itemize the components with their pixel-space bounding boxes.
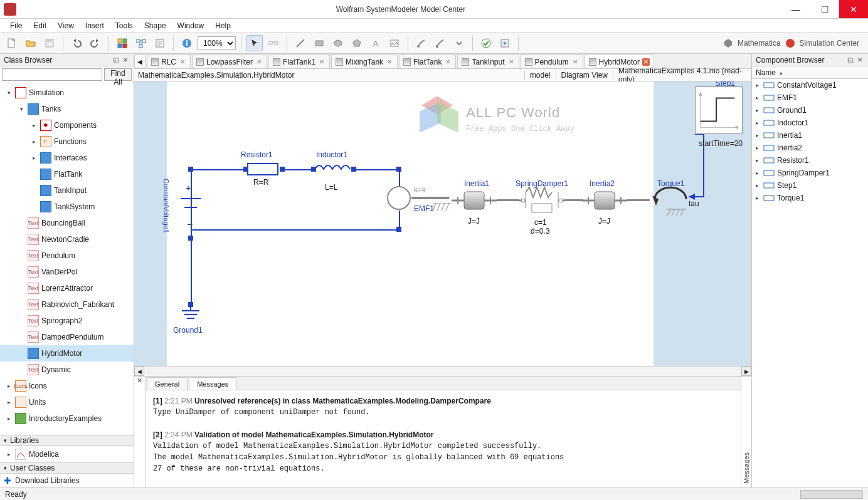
component-item[interactable]: ▸SpringDamper1: [752, 167, 868, 179]
component-item[interactable]: ▸ConstantVoltage1: [752, 79, 868, 91]
download-libraries-link[interactable]: ✚Download Libraries: [0, 474, 134, 487]
breadcrumb-type[interactable]: model: [525, 71, 556, 80]
validate-button[interactable]: [478, 35, 494, 51]
springdamper-icon[interactable]: [519, 185, 564, 216]
menu-view[interactable]: View: [53, 20, 79, 31]
tree-item[interactable]: TankSystem: [0, 199, 134, 215]
emf-icon[interactable]: [386, 185, 411, 211]
tab-close-icon[interactable]: ✕: [179, 58, 186, 66]
brush-tool[interactable]: [413, 35, 430, 51]
doc-tab[interactable]: Pendulum✕: [521, 55, 583, 68]
tree-item-modelica[interactable]: ▸Modelica: [0, 446, 134, 462]
redo-button[interactable]: [87, 35, 103, 51]
component-item[interactable]: ▸Inductor1: [752, 117, 868, 129]
menu-help[interactable]: Help: [210, 20, 236, 31]
line-tool[interactable]: [292, 35, 309, 51]
open-button[interactable]: [23, 35, 39, 51]
tree-item[interactable]: TextNewtonCradle: [0, 231, 134, 247]
tree-item[interactable]: ▸FFunctions: [0, 133, 134, 150]
tab-close-icon[interactable]: ✕: [571, 58, 579, 66]
tree-item[interactable]: ▸Units: [0, 394, 134, 410]
menu-shape[interactable]: Shape: [139, 20, 171, 31]
tree-item[interactable]: HybridMotor: [0, 345, 134, 362]
doc-tab[interactable]: FlatTank1✕: [268, 55, 330, 68]
component-item[interactable]: ▸Inertia1: [752, 129, 868, 142]
text-tool[interactable]: A: [368, 35, 384, 51]
close-panel-icon[interactable]: ✕: [121, 56, 130, 65]
zoom-select[interactable]: 100%: [198, 36, 236, 50]
tab-messages[interactable]: Messages: [189, 377, 236, 390]
tree-item[interactable]: TankInput: [0, 182, 134, 199]
diagram-canvas[interactable]: ALL PC World Free Apps One Click Away Co…: [134, 81, 751, 366]
component-item[interactable]: ▸EMF1: [752, 91, 868, 104]
inertia1-icon[interactable]: [452, 188, 497, 213]
text-view-icon[interactable]: [152, 35, 168, 51]
name-column-header[interactable]: Name▴: [752, 66, 868, 79]
tree-item[interactable]: TextVanDerPol: [0, 264, 134, 280]
save-button[interactable]: [41, 35, 58, 51]
tree-item[interactable]: TextRabinovich_Fabrikant: [0, 296, 134, 313]
tree-item[interactable]: TextDampedPendulum: [0, 329, 134, 345]
pointer-tool[interactable]: [246, 35, 263, 51]
doc-tab[interactable]: LowpassFilter✕: [192, 55, 267, 68]
simcenter-link[interactable]: Simulation Center: [800, 39, 859, 48]
user-classes-section[interactable]: ▾User Classes: [0, 462, 134, 474]
image-tool[interactable]: [386, 35, 403, 51]
tab-close-icon[interactable]: ✕: [255, 58, 263, 66]
menu-file[interactable]: File: [5, 20, 27, 31]
tree-item[interactable]: TextBouncingBall: [0, 215, 134, 231]
inertia2-icon[interactable]: [582, 188, 627, 213]
doc-tab[interactable]: RLC✕: [147, 55, 191, 68]
tree-item[interactable]: TextPendulum: [0, 247, 134, 264]
menu-insert[interactable]: Insert: [80, 20, 109, 31]
libraries-section[interactable]: ▾Libraries: [0, 435, 134, 446]
breadcrumb-view[interactable]: Diagram View: [556, 71, 613, 80]
messages-body[interactable]: [1] 2:21 PM Unresolved reference(s) in c…: [146, 390, 741, 487]
fill-tool[interactable]: [432, 35, 448, 51]
component-item[interactable]: ▸Inertia2: [752, 142, 868, 154]
tab-close-icon[interactable]: ✕: [507, 58, 515, 66]
tree-item[interactable]: TextSpirograph2: [0, 313, 134, 329]
doc-tab[interactable]: MixingTank✕: [331, 55, 398, 68]
component-item[interactable]: ▸Resistor1: [752, 154, 868, 167]
simulate-button[interactable]: [497, 35, 513, 51]
class-tree[interactable]: ▾Simulation▾Tanks▸✱Components▸FFunctions…: [0, 83, 134, 435]
canvas-hscroll[interactable]: ◀ ▶: [134, 366, 751, 376]
tab-close-icon[interactable]: ✕: [318, 58, 326, 66]
component-item[interactable]: ▸Ground1: [752, 104, 868, 117]
tab-close-icon[interactable]: ✕: [642, 58, 650, 66]
find-all-button[interactable]: Find All: [104, 68, 132, 81]
tree-item[interactable]: TextDynamic: [0, 362, 134, 378]
class-search-input[interactable]: [2, 68, 102, 81]
connect-tool[interactable]: [265, 35, 282, 51]
close-button[interactable]: ✕: [839, 0, 868, 18]
mathematica-link[interactable]: Mathematica: [738, 39, 781, 48]
doc-tab[interactable]: FlatTank✕: [399, 55, 456, 68]
rect-tool[interactable]: [311, 35, 327, 51]
doc-tab[interactable]: TankInput✕: [457, 55, 519, 68]
info-button[interactable]: i: [179, 35, 195, 51]
scroll-left-icon[interactable]: ◀: [134, 367, 144, 376]
tree-item[interactable]: ▸Interfaces: [0, 150, 134, 166]
undo-button[interactable]: [68, 35, 85, 51]
diagram-icon[interactable]: [133, 35, 149, 51]
tab-scroll-left[interactable]: ◀: [134, 55, 146, 68]
tab-close-icon[interactable]: ✕: [444, 58, 452, 66]
component-item[interactable]: ▸Step1: [752, 179, 868, 192]
tree-item[interactable]: TextLorenzAttractor: [0, 280, 134, 296]
ellipse-tool[interactable]: [330, 35, 346, 51]
polygon-tool[interactable]: [349, 35, 365, 51]
undock-icon[interactable]: ◱: [111, 56, 120, 65]
tab-close-icon[interactable]: ✕: [386, 58, 393, 66]
close-panel-icon[interactable]: ✕: [855, 56, 864, 65]
component-list[interactable]: ▸ConstantVoltage1▸EMF1▸Ground1▸Inductor1…: [752, 79, 868, 487]
resistor-icon[interactable]: [247, 163, 278, 175]
tree-item[interactable]: FlatTank: [0, 166, 134, 182]
menu-window[interactable]: Window: [172, 20, 209, 31]
menu-edit[interactable]: Edit: [28, 20, 51, 31]
messages-side-label[interactable]: Messages: [741, 377, 751, 487]
undock-icon[interactable]: ◱: [845, 56, 854, 65]
scroll-right-icon[interactable]: ▶: [741, 367, 751, 376]
messages-close-icon[interactable]: ✕: [137, 377, 142, 387]
dropdown-icon[interactable]: [451, 35, 467, 51]
